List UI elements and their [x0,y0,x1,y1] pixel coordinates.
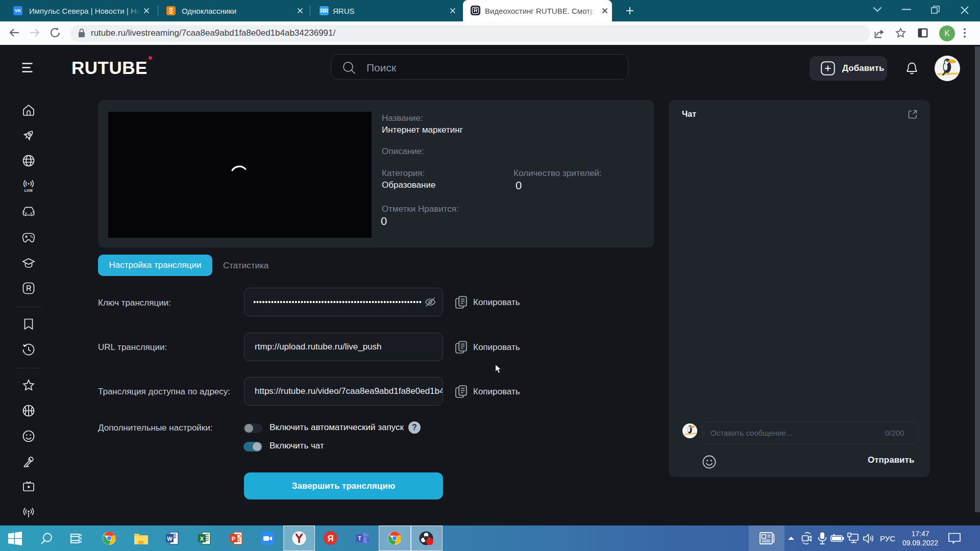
svg-text:Я: Я [327,534,333,543]
svg-text:W: W [167,536,173,542]
svg-text:X: X [200,536,204,542]
svg-text:LIVE: LIVE [24,188,33,193]
svg-text:T: T [358,536,361,541]
svg-text:P: P [232,536,235,542]
